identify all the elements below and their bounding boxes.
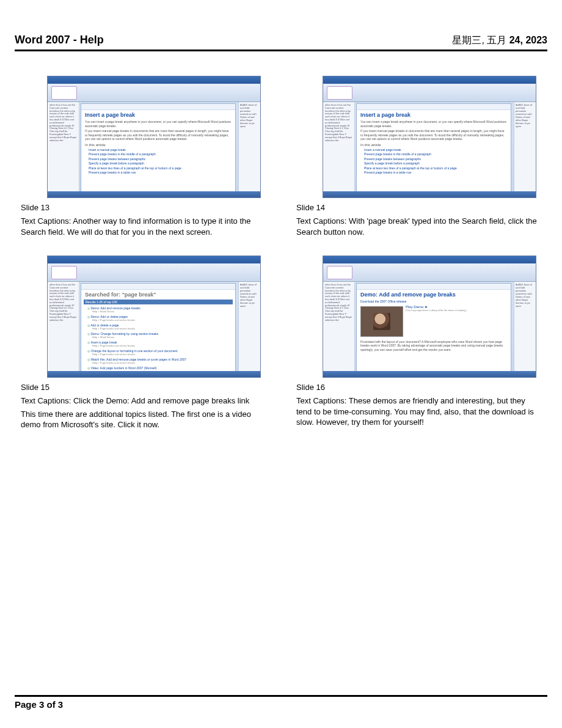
slide-block: other than it has not the Concrete conte… — [296, 256, 541, 430]
slide-label: Slide 16 — [296, 383, 541, 392]
slide-label: Slide 15 — [21, 383, 266, 392]
slide-thumbnail: other than it has not the Concrete conte… — [323, 256, 536, 378]
slide-block: other than it has not the Concrete conte… — [21, 256, 266, 430]
page-number: Page 3 of 3 — [15, 699, 63, 710]
slide-thumbnail: other than it has not the Concrete conte… — [323, 76, 536, 198]
slide-thumbnail: other than it has not the Concrete conte… — [47, 76, 261, 198]
slide-label: Slide 14 — [296, 203, 541, 212]
slide-block: other than it has not the Concrete conte… — [296, 76, 541, 237]
slide-caption: Text Captions: Click the Demo: Add and r… — [21, 395, 266, 406]
slide-caption: Text Captions: Another way to find infor… — [21, 216, 266, 237]
slide-thumbnail: other than it has not the Concrete conte… — [47, 256, 261, 378]
page-footer: Page 3 of 3 — [15, 695, 547, 710]
header-date: 星期三, 五月 24, 2023 — [452, 34, 547, 47]
slide-caption: Text Captions: With 'page break' typed i… — [296, 216, 541, 237]
slide-block: other than it has not the Concrete conte… — [21, 76, 266, 237]
slide-caption: Text Captions: These demos are friendly … — [296, 395, 541, 428]
header-title: Word 2007 - Help — [15, 34, 104, 46]
slides-grid: other than it has not the Concrete conte… — [15, 76, 547, 430]
slide-caption-secondary: This time there are additional topics li… — [21, 409, 266, 430]
slide-label: Slide 13 — [21, 203, 266, 212]
page-header: Word 2007 - Help 星期三, 五月 24, 2023 — [15, 34, 547, 51]
